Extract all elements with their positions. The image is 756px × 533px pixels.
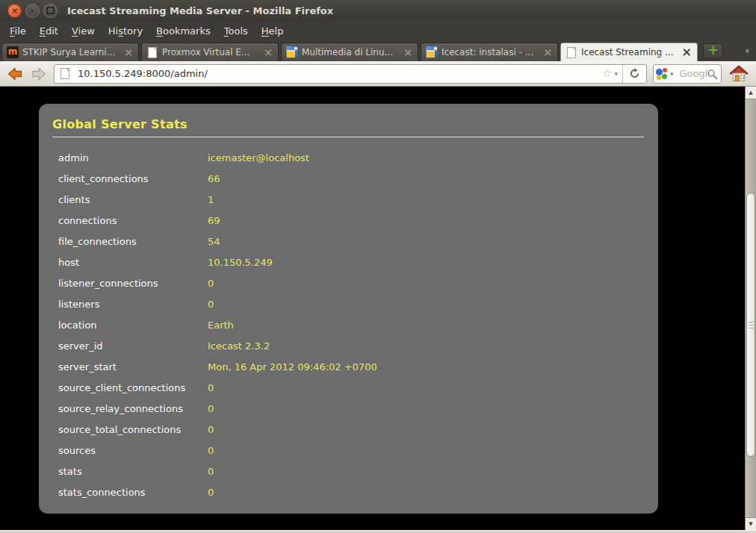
stat-row: host10.150.5.249 [58,252,644,272]
page-favicon [148,47,157,58]
moodle-favicon: m [7,46,19,58]
tab-label: STKIP Surya Learni... [22,47,120,57]
stat-name: source_total_connections [58,424,208,435]
window-title: Icecast Streaming Media Server - Mozilla… [67,5,333,16]
stat-value: 0 [208,487,214,498]
menu-bookmarks[interactable]: Bookmarks [149,23,217,39]
menu-file[interactable]: File [3,23,33,39]
search-engine-dropdown-icon[interactable]: ▾ [668,70,678,78]
stat-row: sources0 [58,440,644,461]
stat-row: stats_connections0 [58,481,644,502]
stat-value: 0 [208,424,214,435]
menu-tools[interactable]: Tools [217,23,255,39]
page-favicon [61,68,69,79]
url-input[interactable] [76,67,602,80]
title-bar: × – Icecast Streaming Media Server - Moz… [0,0,756,21]
stat-row: file_connections54 [58,231,644,252]
browser-tab[interactable]: Multimedia di Linu...× [281,43,418,61]
home-button[interactable] [728,65,750,82]
blog-favicon [426,46,438,58]
window-bottom-edge [0,530,756,533]
stat-value: 1 [208,194,214,205]
search-input[interactable] [678,67,711,80]
stat-name: admin [58,152,208,163]
tab-close-icon[interactable]: × [263,47,273,57]
page-viewport: Global Server Stats adminicemaster@local… [0,87,745,530]
menu-history[interactable]: History [102,23,149,39]
stat-name: listener_connections [58,278,208,289]
stat-name: source_relay_connections [58,403,208,414]
tab-close-icon[interactable]: × [542,47,553,57]
stat-value: 0 [208,382,214,393]
window-close-icon[interactable]: × [7,4,22,18]
stat-value: 69 [208,215,220,226]
stats-table: adminicemaster@localhostclient_connectio… [58,147,644,502]
stat-name: stats_connections [58,487,208,498]
stat-row: server_idIcecast 2.3.2 [58,335,644,356]
browser-tab[interactable]: mSTKIP Surya Learni...× [1,43,139,61]
stat-value: icemaster@localhost [208,152,309,163]
search-icon[interactable] [707,69,718,83]
stat-row: server_startMon, 16 Apr 2012 09:46:02 +0… [58,356,644,377]
url-dropdown-icon[interactable]: ▾ [612,70,622,78]
stat-row: source_total_connections0 [58,419,644,440]
scrollbar-thumb[interactable] [746,193,755,457]
bookmark-star-icon[interactable]: ☆ [602,68,612,79]
window-minimize-icon[interactable]: – [25,4,40,18]
stat-name: host [58,257,208,268]
stat-row: client_connections66 [58,168,644,189]
stat-name: location [58,320,208,331]
stat-row: source_relay_connections0 [58,398,644,419]
search-box[interactable]: ▾ [653,64,722,84]
home-icon [729,65,749,82]
menu-help[interactable]: Help [255,23,291,39]
stat-value: Mon, 16 Apr 2012 09:46:02 +0700 [208,361,377,373]
vertical-scrollbar[interactable]: ▲ ▼ [745,87,756,530]
stat-value: Earth [208,320,234,331]
stat-row: connections69 [58,210,644,231]
stat-name: source_client_connections [58,382,208,393]
scroll-down-icon[interactable]: ▼ [746,517,756,530]
menu-view[interactable]: View [65,23,102,39]
browser-tab[interactable]: Icecast Streaming ...× [560,43,698,61]
stat-row: listeners0 [58,293,644,314]
list-all-tabs-icon[interactable]: ▾ [738,46,756,56]
stat-value: 66 [208,173,220,184]
scroll-up-icon[interactable]: ▲ [746,87,756,99]
reload-button[interactable] [622,65,646,83]
tab-close-icon[interactable]: × [123,47,134,57]
stat-name: file_connections [58,236,208,247]
stat-row: adminicemaster@localhost [58,147,644,168]
page-favicon [567,47,576,58]
url-bar[interactable]: ☆ ▾ [54,64,647,84]
stat-name: server_id [58,340,208,352]
new-tab-button[interactable]: + [703,43,723,59]
forward-button[interactable] [30,65,48,83]
back-arrow-icon [6,65,24,83]
stat-value: 0 [208,466,214,477]
stat-value: 0 [208,403,214,414]
stat-value: 0 [208,445,214,456]
tab-close-icon[interactable]: × [681,46,693,58]
tab-label: Icecast: instalasi - ... [441,47,539,57]
window-controls: × – [7,4,58,18]
browser-tab[interactable]: Proxmox Virtual E...× [141,43,279,61]
tab-label: Proxmox Virtual E... [162,47,259,57]
menubar: FileEditViewHistoryBookmarksToolsHelp [0,21,756,40]
tab-close-icon[interactable]: × [403,47,413,57]
stat-value: 54 [208,236,220,247]
stat-name: server_start [58,361,208,373]
stat-value: 0 [208,299,214,310]
browser-tab[interactable]: Icecast: instalasi - ...× [421,43,558,61]
stat-value: 0 [208,278,214,289]
page-title: Global Server Stats [52,117,644,137]
window-maximize-icon[interactable] [43,4,58,18]
menu-edit[interactable]: Edit [33,23,65,39]
stat-name: client_connections [58,173,208,184]
stat-value: Icecast 2.3.2 [208,340,270,352]
back-button[interactable] [6,65,24,83]
stat-row: listener_connections0 [58,272,644,293]
stat-name: connections [58,215,208,226]
stat-row: source_client_connections0 [58,377,644,398]
forward-arrow-icon [30,65,48,83]
